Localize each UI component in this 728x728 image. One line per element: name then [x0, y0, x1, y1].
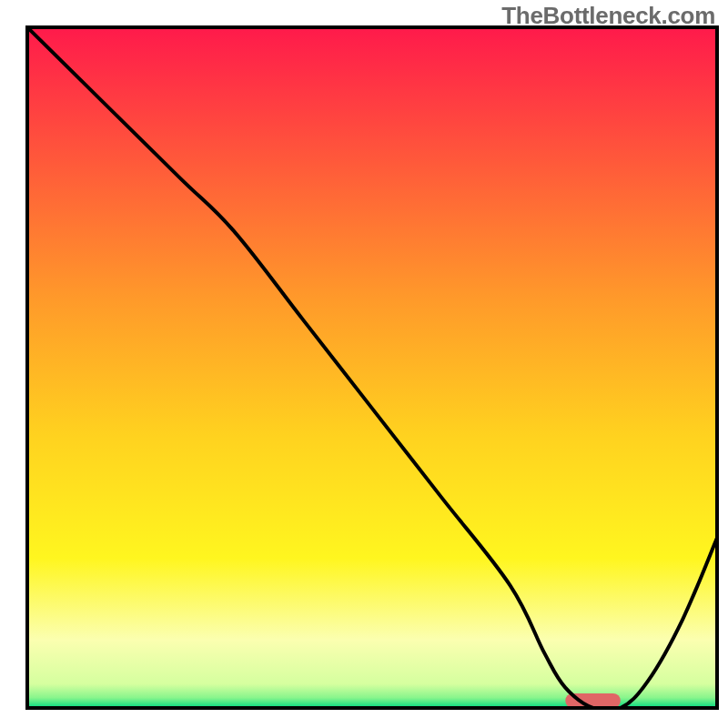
watermark-text: TheBottleneck.com	[501, 2, 715, 30]
bottleneck-chart	[0, 0, 728, 728]
chart-container: TheBottleneck.com	[0, 0, 728, 728]
